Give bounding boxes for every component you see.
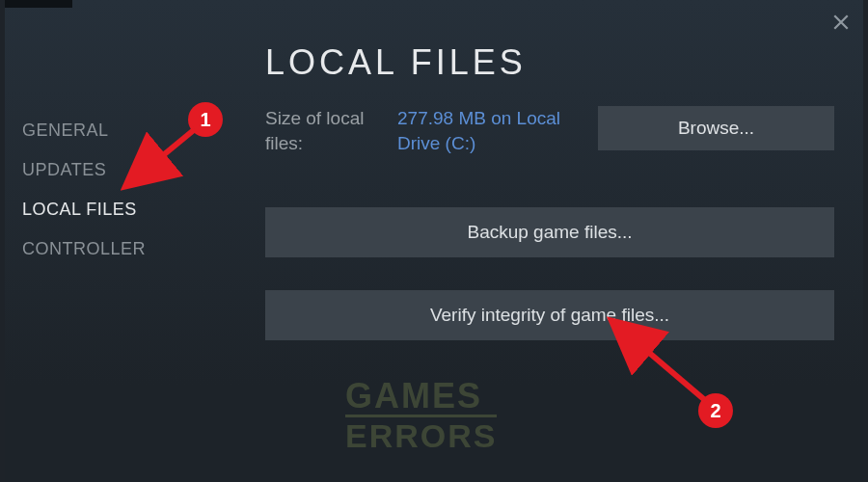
sidebar-item-updates[interactable]: UPDATES: [22, 150, 230, 190]
properties-window: GENERAL UPDATES LOCAL FILES CONTROLLER L…: [5, 0, 863, 482]
size-value: 277.98 MB on Local Drive (C:): [397, 106, 566, 155]
titlebar-fragment: [5, 0, 72, 8]
browse-button[interactable]: Browse...: [598, 106, 834, 150]
content-pane: LOCAL FILES Size of local files: 277.98 …: [265, 42, 834, 373]
sidebar-item-controller[interactable]: CONTROLLER: [22, 229, 230, 269]
sidebar-item-general[interactable]: GENERAL: [22, 111, 230, 150]
size-label: Size of local files:: [265, 106, 386, 155]
page-title: LOCAL FILES: [265, 42, 834, 83]
size-info-row: Size of local files: 277.98 MB on Local …: [265, 106, 834, 155]
close-icon[interactable]: [832, 13, 850, 31]
backup-button[interactable]: Backup game files...: [265, 207, 834, 257]
sidebar-item-local-files[interactable]: LOCAL FILES: [22, 190, 230, 229]
settings-sidebar: GENERAL UPDATES LOCAL FILES CONTROLLER: [22, 111, 230, 269]
verify-button[interactable]: Verify integrity of game files...: [265, 290, 834, 340]
